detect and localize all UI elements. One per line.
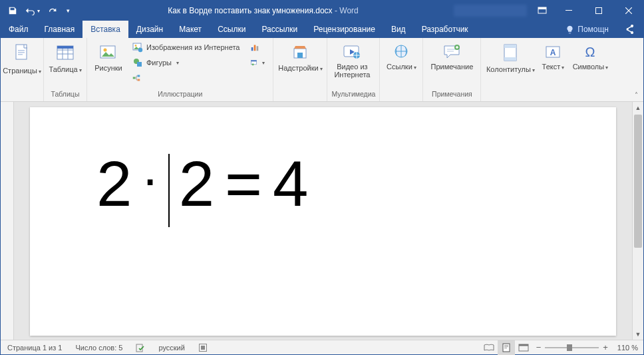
tell-me-label: Помощн [577, 25, 609, 34]
svg-rect-1 [538, 7, 546, 9]
redo-button[interactable] [43, 1, 62, 20]
qat-customize-button[interactable]: ▾ [63, 1, 73, 20]
proofing-icon [136, 343, 145, 352]
header-footer-icon [502, 43, 519, 63]
save-button[interactable] [3, 1, 22, 20]
group-addins: Надстройки▾ [273, 38, 327, 101]
svg-rect-43 [504, 346, 508, 347]
window-title: Как в Ворде поставить знак умножения.doc… [73, 6, 454, 15]
view-print-button[interactable] [498, 340, 515, 355]
status-language[interactable]: русский [152, 340, 191, 354]
shapes-button[interactable]: Фигуры▾ [128, 55, 243, 70]
svg-rect-20 [251, 47, 253, 51]
status-page[interactable]: Страница 1 из 1 [1, 340, 69, 354]
online-video-button[interactable]: Видео из Интернета [331, 40, 373, 79]
screenshot-button[interactable]: ▾ [246, 55, 269, 70]
tab-design[interactable]: Дизайн [128, 21, 171, 38]
undo-icon [25, 6, 36, 15]
smartart-icon [132, 73, 140, 83]
online-video-label: Видео из Интернета [332, 63, 372, 79]
svg-rect-16 [137, 62, 142, 67]
zoom-track[interactable] [545, 347, 599, 348]
svg-rect-7 [18, 54, 23, 55]
ribbon-display-options-button[interactable] [531, 1, 554, 21]
page[interactable]: 2 · 2 = 4 [30, 107, 616, 336]
minimize-button[interactable] [554, 1, 583, 21]
maximize-button[interactable] [583, 1, 613, 21]
pages-button[interactable]: Страницы▾ [5, 40, 39, 77]
symbols-button[interactable]: Ω Символы▾ [570, 40, 610, 73]
tab-home[interactable]: Главная [37, 21, 83, 38]
text-label: Текст [542, 63, 561, 71]
svg-rect-24 [251, 61, 257, 62]
document-viewport[interactable]: 2 · 2 = 4 [14, 102, 632, 340]
text-button[interactable]: A Текст▾ [538, 40, 567, 73]
online-pictures-button[interactable]: Изображения из Интернета [128, 40, 243, 55]
scroll-up-button[interactable]: ▲ [633, 102, 643, 113]
tab-insert[interactable]: Вставка [82, 21, 128, 38]
header-footer-button[interactable]: Колонтитулы▾ [485, 40, 536, 75]
titlebar: ▾ ▾ Как в Ворде поставить знак умножения… [1, 1, 643, 21]
group-pages: Страницы▾ [1, 38, 44, 101]
symbols-label: Символы [573, 63, 605, 71]
svg-rect-19 [138, 79, 140, 81]
view-web-button[interactable] [515, 340, 532, 355]
zoom-thumb[interactable] [567, 344, 572, 351]
svg-rect-22 [257, 46, 259, 51]
svg-rect-2 [565, 10, 572, 11]
vertical-scrollbar[interactable]: ▲ ▼ [632, 102, 643, 340]
links-label: Ссылки [387, 63, 412, 71]
scroll-down-button[interactable]: ▼ [633, 328, 643, 340]
svg-rect-21 [254, 45, 256, 51]
pictures-label: Рисунки [94, 64, 122, 72]
tab-layout[interactable]: Макет [171, 21, 210, 38]
view-read-button[interactable] [480, 340, 498, 355]
ribbon-tabs: Файл Главная Вставка Дизайн Макет Ссылки… [1, 21, 643, 38]
tab-mailings[interactable]: Рассылки [253, 21, 305, 38]
eq-operand-a: 2 [96, 147, 133, 220]
tab-view[interactable]: Вид [383, 21, 414, 38]
smartart-button[interactable] [128, 71, 144, 85]
tab-references[interactable]: Ссылки [210, 21, 253, 38]
account-name[interactable] [454, 5, 527, 17]
zoom-out-button[interactable]: − [536, 342, 542, 352]
collapse-ribbon-button[interactable]: ˄ [632, 90, 641, 100]
svg-rect-27 [297, 53, 303, 58]
status-macro[interactable] [192, 340, 214, 354]
tab-review[interactable]: Рецензирование [305, 21, 383, 38]
svg-rect-3 [595, 8, 601, 14]
quick-access-toolbar: ▾ ▾ [1, 1, 73, 20]
share-button[interactable] [615, 21, 643, 38]
textbox-icon: A [544, 43, 562, 61]
zoom-slider[interactable]: − + [532, 340, 612, 355]
status-proofing[interactable] [129, 340, 152, 354]
tab-file[interactable]: Файл [1, 21, 37, 38]
vertical-ruler[interactable] [1, 102, 14, 340]
scroll-track[interactable] [633, 113, 643, 328]
scroll-thumb[interactable] [634, 115, 642, 248]
group-media: Видео из Интернета Мультимедиа [327, 38, 380, 101]
text-cursor [168, 154, 170, 227]
group-comments: Примечание Примечания [423, 38, 481, 101]
undo-button[interactable]: ▾ [23, 1, 42, 20]
zoom-level[interactable]: 110 % [612, 344, 643, 352]
svg-rect-46 [519, 344, 528, 346]
links-button[interactable]: Ссылки▾ [384, 40, 418, 73]
minimize-icon [565, 7, 572, 14]
status-wordcount[interactable]: Число слов: 5 [69, 340, 129, 354]
pictures-button[interactable]: Рисунки [91, 40, 126, 73]
header-footer-label: Колонтитулы [486, 65, 531, 73]
document-text[interactable]: 2 · 2 = 4 [96, 147, 550, 220]
svg-rect-40 [201, 346, 205, 350]
tab-developer[interactable]: Разработчик [414, 21, 476, 38]
svg-point-13 [135, 45, 137, 47]
pictures-icon [98, 43, 118, 62]
table-button[interactable]: Таблица▾ [48, 40, 82, 75]
addins-button[interactable]: Надстройки▾ [277, 40, 323, 74]
comment-button[interactable]: Примечание [427, 40, 476, 71]
zoom-in-button[interactable]: + [603, 342, 608, 352]
maximize-icon [595, 7, 602, 14]
chart-button[interactable] [246, 40, 263, 55]
tell-me-search[interactable]: Помощн [559, 21, 615, 38]
close-button[interactable] [613, 1, 643, 21]
